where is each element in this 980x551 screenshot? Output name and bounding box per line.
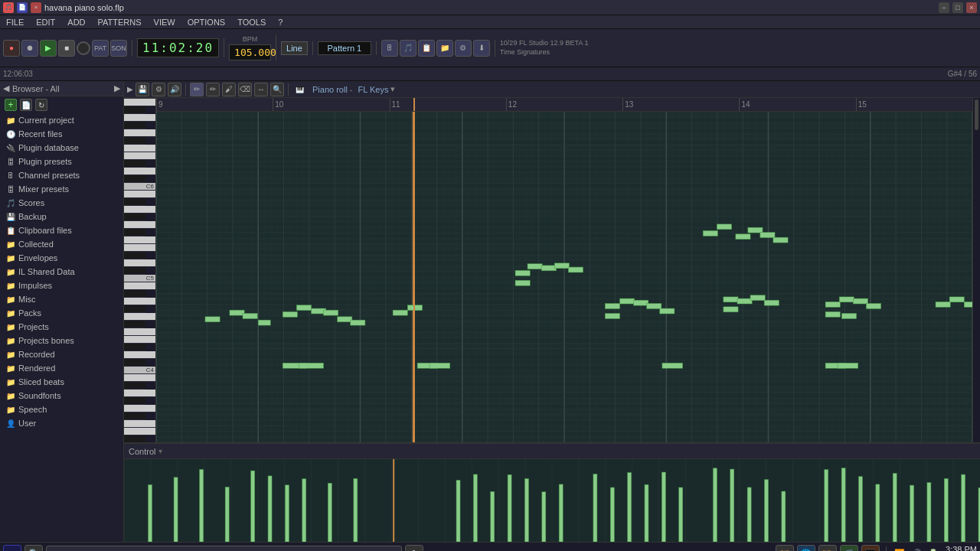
- pr-settings-button[interactable]: ⚙: [152, 83, 165, 96]
- folder-up-button[interactable]: 📄: [20, 99, 32, 111]
- piano-key-white[interactable]: [124, 99, 156, 106]
- piano-key-black[interactable]: [124, 359, 145, 367]
- piano-key-white[interactable]: C5: [124, 275, 156, 282]
- taskbar-cortana[interactable]: 🎙: [405, 545, 423, 552]
- sidebar-item-scores[interactable]: 🎵Scores: [0, 196, 123, 210]
- menu-view[interactable]: VIEW: [151, 18, 178, 27]
- pr-expand-button[interactable]: ▶: [127, 85, 133, 93]
- sidebar-item-plugin-database[interactable]: 🔌Plugin database: [0, 141, 123, 155]
- sidebar-item-projects[interactable]: 📁Projects: [0, 320, 123, 334]
- menu-help[interactable]: ?: [275, 18, 286, 27]
- piano-key-white[interactable]: [124, 420, 156, 428]
- piano-key-white[interactable]: C4: [124, 367, 156, 374]
- piano-key-white[interactable]: [124, 152, 156, 160]
- song-button[interactable]: SON: [110, 40, 127, 57]
- taskbar-app-fl[interactable]: 🎹: [861, 545, 880, 552]
- menu-edit[interactable]: EDIT: [33, 18, 58, 27]
- taskbar-app-files[interactable]: 📂: [818, 545, 837, 552]
- record-button[interactable]: ●: [3, 40, 20, 57]
- search-icon-taskbar[interactable]: 🔍: [24, 545, 43, 552]
- refresh-button[interactable]: ↻: [35, 99, 47, 111]
- taskbar-app-browser[interactable]: 🌐: [797, 545, 815, 552]
- piano-key-white[interactable]: C6: [124, 183, 156, 191]
- pr-deform-tool[interactable]: ↔: [254, 83, 268, 96]
- sidebar-item-mixer-presets[interactable]: 🎛Mixer presets: [0, 182, 123, 196]
- piano-key-white[interactable]: [124, 129, 156, 137]
- playlist-button[interactable]: 📋: [418, 40, 435, 57]
- sidebar-item-user[interactable]: 👤User: [0, 416, 123, 430]
- piano-key-white[interactable]: [124, 244, 156, 252]
- pattern-display[interactable]: Pattern 1: [318, 41, 371, 55]
- sidebar-item-projects-bones[interactable]: 📁Projects bones: [0, 334, 123, 347]
- sidebar-item-speech[interactable]: 📁Speech: [0, 403, 123, 416]
- piano-key-black[interactable]: [124, 214, 145, 221]
- piano-key-white[interactable]: [124, 313, 156, 321]
- scrollbar-thumb[interactable]: [975, 99, 978, 130]
- sidebar-item-rendered[interactable]: 📁Rendered: [0, 361, 123, 375]
- piano-key-white[interactable]: [124, 374, 156, 382]
- pr-pencil-tool[interactable]: ✏: [206, 83, 220, 96]
- piano-key-white[interactable]: [124, 259, 156, 267]
- control-canvas[interactable]: [124, 459, 980, 542]
- stop-button[interactable]: ■: [58, 40, 75, 57]
- piano-key-black[interactable]: [124, 290, 145, 298]
- sidebar-item-envelopes[interactable]: 📁Envelopes: [0, 251, 123, 265]
- menu-patterns[interactable]: PATTERNS: [95, 18, 145, 27]
- piano-key-black[interactable]: [124, 321, 145, 328]
- sidebar-item-current-project[interactable]: 📁Current project: [0, 113, 123, 127]
- piano-key-black[interactable]: [124, 397, 145, 405]
- time-display[interactable]: 11:02:20: [137, 38, 219, 57]
- taskbar-search[interactable]: [46, 546, 402, 552]
- piano-key-white[interactable]: [124, 191, 156, 198]
- menu-tools[interactable]: TOOLS: [234, 18, 269, 27]
- piano-key-black[interactable]: [124, 252, 145, 259]
- taskbar-app-ie[interactable]: 📁: [776, 545, 794, 552]
- piano-key-white[interactable]: [124, 236, 156, 244]
- piano-key-black[interactable]: [124, 106, 145, 114]
- piano-key-black[interactable]: [124, 435, 145, 442]
- piano-key-white[interactable]: [124, 282, 156, 290]
- piano-key-black[interactable]: [124, 229, 145, 236]
- sidebar-item-collected[interactable]: 📁Collected: [0, 237, 123, 251]
- sidebar-item-impulses[interactable]: 📁Impulses: [0, 279, 123, 292]
- piano-key-black[interactable]: [124, 175, 145, 183]
- grid-area[interactable]: [156, 112, 972, 442]
- pr-brush-tool[interactable]: 🖌: [222, 83, 236, 96]
- pr-select-tool[interactable]: ✏: [190, 83, 204, 96]
- sidebar-item-recorded[interactable]: 📁Recorded: [0, 347, 123, 361]
- sidebar-item-soundfonts[interactable]: 📁Soundfonts: [0, 389, 123, 403]
- sidebar-item-recent-files[interactable]: 🕐Recent files: [0, 127, 123, 141]
- add-button[interactable]: +: [5, 99, 17, 111]
- piano-key-black[interactable]: [124, 344, 145, 351]
- mixer-button[interactable]: 🎚: [381, 40, 398, 57]
- sidebar-item-misc[interactable]: 📁Misc: [0, 292, 123, 306]
- sidebar-item-clipboard-files[interactable]: 📋Clipboard files: [0, 223, 123, 237]
- close-button[interactable]: ×: [966, 2, 977, 13]
- piano-key-white[interactable]: [124, 298, 156, 305]
- pr-zoom-tool[interactable]: 🔍: [270, 83, 284, 96]
- piano-key-white[interactable]: [124, 428, 156, 435]
- record2-button[interactable]: [77, 41, 90, 55]
- bpm-display[interactable]: 105.000: [229, 44, 271, 60]
- piano-key-white[interactable]: [124, 351, 156, 359]
- piano-key-black[interactable]: [124, 267, 145, 275]
- piano-key-white[interactable]: [124, 114, 156, 122]
- menu-options[interactable]: OPTIONS: [185, 18, 229, 27]
- piano-key-white[interactable]: [124, 206, 156, 214]
- sidebar-item-backup[interactable]: 💾Backup: [0, 210, 123, 223]
- step-record-button[interactable]: ⏺: [21, 40, 38, 57]
- piano-key-black[interactable]: [124, 122, 145, 129]
- piano-key-black[interactable]: [124, 382, 145, 390]
- sidebar-item-il-shared-data[interactable]: 📁IL Shared Data: [0, 265, 123, 279]
- grid-canvas[interactable]: [156, 112, 972, 442]
- piano-key-black[interactable]: [124, 305, 145, 313]
- control-body[interactable]: [124, 459, 980, 542]
- piano-key-black[interactable]: [124, 160, 145, 168]
- mode-selector[interactable]: Line: [281, 41, 308, 55]
- piano-key-white[interactable]: [124, 405, 156, 412]
- piano-key-white[interactable]: [124, 168, 156, 175]
- menu-file[interactable]: FILE: [3, 18, 27, 27]
- maximize-button[interactable]: □: [952, 2, 963, 13]
- browser-button[interactable]: 📁: [436, 40, 453, 57]
- piano-key-white[interactable]: [124, 336, 156, 344]
